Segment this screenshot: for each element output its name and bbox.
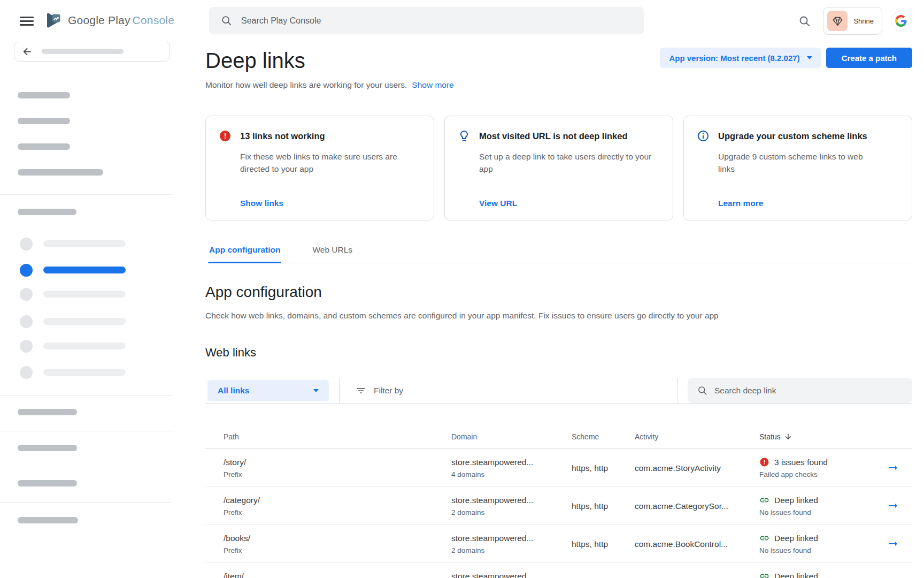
skeleton-bar bbox=[18, 517, 78, 523]
status-detail: No issues found bbox=[759, 507, 874, 518]
menu-icon[interactable] bbox=[20, 17, 34, 26]
table-row[interactable]: /item/ store.steampowered... Deep linked bbox=[205, 563, 912, 578]
table-row[interactable]: /category/Prefix store.steampowered...2 … bbox=[205, 487, 912, 525]
table-header: Path Domain Scheme Activity Status bbox=[205, 404, 912, 449]
status-value: Deep linked bbox=[774, 494, 818, 506]
card-title: Most visited URL is not deep linked bbox=[479, 131, 628, 141]
filter-bar: All links Filter by bbox=[205, 378, 912, 404]
domain-value: store.steampowered... bbox=[451, 532, 572, 544]
play-console-logo-icon bbox=[44, 11, 63, 30]
shrine-app-icon bbox=[827, 11, 848, 31]
divider bbox=[677, 378, 677, 403]
sidebar bbox=[0, 0, 172, 578]
app-version-label: App version: Most recent (8.2.027) bbox=[669, 54, 799, 63]
skeleton-bar bbox=[18, 118, 70, 124]
links-filter-value: All links bbox=[218, 386, 249, 396]
app-switcher-chip[interactable]: Shrine bbox=[823, 7, 882, 35]
path-value: /story/ bbox=[224, 456, 451, 468]
card-body: Set up a deep link to take users directl… bbox=[479, 150, 658, 175]
skeleton-bar bbox=[42, 49, 124, 54]
card-title: Upgrade your custom scheme links bbox=[718, 131, 867, 141]
sidebar-nav-item[interactable] bbox=[20, 315, 127, 328]
error-icon bbox=[219, 130, 232, 142]
link-icon bbox=[759, 571, 769, 578]
global-search-input[interactable] bbox=[241, 16, 644, 26]
skeleton-section-label bbox=[18, 209, 76, 215]
main-content: Deep links Monitor how well deep links a… bbox=[172, 42, 924, 578]
column-header-activity: Activity bbox=[635, 432, 759, 441]
app-version-dropdown[interactable]: App version: Most recent (8.2.027) bbox=[660, 48, 821, 68]
table-row[interactable]: /story/Prefix store.steampowered...4 dom… bbox=[205, 449, 912, 487]
path-type: Prefix bbox=[224, 545, 451, 556]
insight-card-most-visited-url: Most visited URL is not deep linked Set … bbox=[444, 116, 673, 220]
chevron-down-icon bbox=[807, 56, 812, 59]
show-links-link[interactable]: Show links bbox=[240, 199, 421, 208]
skeleton-bar bbox=[18, 445, 77, 451]
sidebar-nav-item[interactable] bbox=[20, 366, 127, 379]
google-g-icon bbox=[895, 15, 907, 27]
web-links-table: Path Domain Scheme Activity Status /stor… bbox=[205, 404, 912, 578]
divider bbox=[0, 395, 172, 396]
status-value: 3 issues found bbox=[774, 456, 828, 468]
sidebar-nav-item[interactable] bbox=[20, 340, 127, 353]
deep-link-search-input[interactable] bbox=[714, 386, 912, 396]
sidebar-nav-item[interactable] bbox=[20, 238, 127, 250]
sort-descending-icon bbox=[784, 432, 792, 441]
insight-card-upgrade-schemes: Upgrade your custom scheme links Upgrade… bbox=[683, 116, 912, 220]
top-bar: Google PlayConsole Shrine bbox=[0, 0, 924, 42]
show-more-link[interactable]: Show more bbox=[412, 80, 453, 89]
back-button[interactable] bbox=[14, 41, 170, 62]
section-description: Check how web links, domains, and custom… bbox=[205, 309, 912, 322]
page-subtitle: Monitor how well deep links are working … bbox=[205, 80, 407, 89]
table-row[interactable]: /books/Prefix store.steampowered...2 dom… bbox=[205, 525, 912, 563]
divider bbox=[0, 194, 172, 195]
path-value: /category/ bbox=[224, 494, 451, 506]
tab-web-urls[interactable]: Web URLs bbox=[311, 242, 353, 263]
path-value: /books/ bbox=[224, 532, 451, 544]
status-value: Deep linked bbox=[774, 532, 818, 544]
skeleton-bar bbox=[18, 143, 70, 150]
arrow-right-icon[interactable] bbox=[887, 461, 899, 474]
domain-value: store.steampowered... bbox=[451, 456, 572, 468]
view-url-link[interactable]: View URL bbox=[479, 199, 660, 208]
filter-by-button[interactable]: Filter by bbox=[356, 385, 403, 396]
arrow-right-icon[interactable] bbox=[887, 575, 899, 578]
domain-count: 4 domains bbox=[451, 469, 572, 480]
tab-app-configuration[interactable]: App configuration bbox=[208, 242, 281, 263]
skeleton-bar bbox=[18, 169, 103, 176]
deep-link-search-bar bbox=[688, 378, 912, 403]
card-body: Upgrade 9 custom scheme links to web lin… bbox=[718, 150, 871, 175]
search-icon[interactable] bbox=[798, 15, 811, 27]
sidebar-nav-item-active[interactable] bbox=[20, 264, 127, 277]
page-title: Deep links bbox=[205, 48, 454, 73]
google-account-avatar[interactable] bbox=[891, 11, 911, 31]
search-icon bbox=[697, 385, 707, 396]
insight-card-links-not-working: 13 links not working Fix these web links… bbox=[205, 116, 434, 220]
sidebar-nav-item[interactable] bbox=[20, 288, 127, 301]
create-patch-button[interactable]: Create a patch bbox=[826, 48, 912, 68]
link-icon bbox=[759, 533, 769, 543]
app-name-label: Shrine bbox=[853, 17, 874, 25]
arrow-right-icon[interactable] bbox=[887, 499, 899, 512]
learn-more-link[interactable]: Learn more bbox=[718, 199, 899, 208]
link-icon bbox=[759, 495, 769, 505]
links-filter-dropdown[interactable]: All links bbox=[207, 380, 329, 401]
column-header-status[interactable]: Status bbox=[759, 432, 874, 441]
activity-value: com.acme.BookControl... bbox=[635, 538, 759, 550]
logo-text: Google PlayConsole bbox=[68, 14, 174, 27]
scheme-value: https, http bbox=[572, 538, 635, 550]
error-icon bbox=[759, 457, 769, 467]
path-value: /item/ bbox=[224, 570, 451, 578]
divider bbox=[0, 431, 172, 431]
domain-count: 2 domains bbox=[451, 507, 572, 518]
scheme-value: https, http bbox=[572, 500, 635, 512]
chevron-down-icon bbox=[313, 389, 319, 392]
play-console-logo[interactable]: Google PlayConsole bbox=[44, 11, 174, 30]
divider bbox=[339, 378, 340, 403]
arrow-right-icon[interactable] bbox=[887, 537, 899, 550]
divider bbox=[0, 502, 172, 503]
status-detail: Failed app checks bbox=[759, 469, 874, 480]
column-header-domain: Domain bbox=[451, 432, 572, 441]
arrow-back-icon bbox=[21, 46, 33, 57]
divider bbox=[0, 467, 172, 467]
